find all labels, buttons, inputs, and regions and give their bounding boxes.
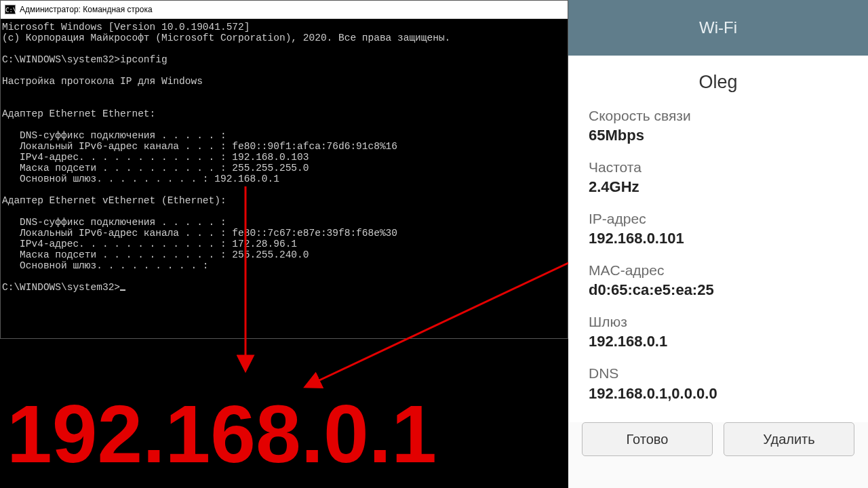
wifi-field-label: DNS (589, 364, 848, 383)
phone-header: Wi-Fi (568, 0, 868, 56)
wifi-field-label: Скорость связи (589, 106, 848, 125)
wifi-field: Частота2.4GHz (589, 158, 848, 197)
wifi-field-label: IP-адрес (589, 209, 848, 228)
wifi-field: MAC-адресd0:65:ca:e5:ea:25 (589, 261, 848, 300)
phone-card: Oleg Скорость связи65MbpsЧастота2.4GHzIP… (568, 56, 868, 422)
phone-panel: Wi-Fi Oleg Скорость связи65MbpsЧастота2.… (568, 0, 868, 488)
wifi-field: IP-адрес192.168.0.101 (589, 209, 848, 249)
done-button[interactable]: Готово (582, 422, 713, 456)
wifi-ssid: Oleg (589, 72, 848, 93)
wifi-field-value: 192.168.0.1 (589, 331, 848, 352)
wifi-field: Шлюз192.168.0.1 (589, 312, 848, 352)
wifi-field-value: 192.168.0.101 (589, 228, 848, 249)
wifi-field: DNS192.168.0.1,0.0.0.0 (589, 364, 848, 403)
cmd-cursor (120, 289, 125, 291)
annotation-big-ip: 192.168.0.1 (7, 393, 437, 474)
cmd-titlebar[interactable]: C:\ Администратор: Командная строка (1, 1, 568, 19)
wifi-field: Скорость связи65Mbps (589, 106, 848, 146)
cmd-window: C:\ Администратор: Командная строка Micr… (0, 0, 568, 339)
wifi-field-value: 2.4GHz (589, 177, 848, 197)
wifi-field-value: d0:65:ca:e5:ea:25 (589, 280, 848, 300)
wifi-field-value: 65Mbps (589, 125, 848, 146)
wifi-field-value: 192.168.0.1,0.0.0.0 (589, 384, 848, 404)
cmd-output[interactable]: Microsoft Windows [Version 10.0.19041.57… (1, 19, 568, 296)
wifi-field-label: Шлюз (589, 312, 848, 331)
cmd-title: Администратор: Командная строка (20, 5, 153, 14)
delete-button[interactable]: Удалить (724, 422, 854, 456)
cmd-icon: C:\ (5, 5, 16, 14)
wifi-field-label: MAC-адрес (589, 261, 848, 280)
wifi-field-label: Частота (589, 158, 848, 177)
